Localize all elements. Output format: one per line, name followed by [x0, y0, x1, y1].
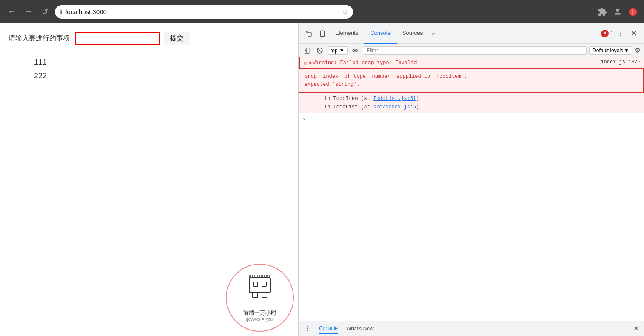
robot-icon [245, 274, 275, 307]
notification-icon[interactable]: ! [627, 6, 639, 18]
context-value: top [331, 48, 338, 54]
error-detail: prop `index` of type `number` supplied t… [305, 73, 638, 89]
tab-sources[interactable]: Sources [397, 23, 429, 44]
context-select[interactable]: top ▼ [328, 46, 348, 55]
todo-input[interactable] [75, 32, 160, 45]
prompt-arrow-icon: › [302, 116, 305, 122]
list-item: 222 [34, 69, 290, 83]
url-text: localhost:3000 [66, 8, 339, 15]
svg-rect-21 [308, 33, 311, 36]
address-bar[interactable]: ℹ localhost:3000 ☆ [55, 5, 353, 19]
reload-button[interactable]: ↺ [39, 6, 51, 18]
devtools-panel: Elements Console Sources » ✕ 1 ⋮ ✕ [298, 23, 644, 336]
stop-network-button[interactable] [315, 46, 325, 56]
console-content: ✕ ▶Warning: Failed prop type: Invalid in… [299, 57, 644, 321]
stack-link-1[interactable]: TodoList.js:51 [373, 96, 416, 102]
devtools-header: Elements Console Sources » ✕ 1 ⋮ ✕ [299, 23, 644, 44]
console-prompt[interactable]: › [299, 113, 644, 125]
levels-chevron-icon: ▼ [624, 48, 629, 54]
error-count: 1 [610, 30, 613, 37]
svg-rect-20 [262, 293, 267, 298]
error-highlighted-box: prop `index` of type `number` supplied t… [299, 68, 644, 93]
svg-rect-16 [249, 278, 270, 293]
watermark-text: 前端一万小时 [243, 309, 276, 317]
context-dropdown-icon: ▼ [339, 48, 345, 54]
tab-elements[interactable]: Elements [329, 23, 364, 44]
svg-rect-22 [320, 31, 324, 36]
levels-dropdown[interactable]: Default levels ▼ [589, 46, 632, 55]
todo-form: 请输入要进行的事项: 提交 [9, 32, 290, 45]
console-filter-input[interactable] [363, 46, 587, 55]
inspect-element-button[interactable] [302, 27, 316, 40]
error-location[interactable]: index.js:1375 [601, 59, 641, 65]
console-toolbar: top ▼ Default levels ▼ ⚙ [299, 44, 644, 57]
profile-icon[interactable] [612, 6, 624, 18]
devtools-menu-button[interactable]: ⋮ [613, 27, 627, 40]
error-badge: ✕ 1 [601, 30, 613, 37]
stack-link-2[interactable]: src/index.js:5 [373, 104, 416, 110]
bottom-close-button[interactable]: ✕ [633, 325, 639, 333]
todo-list: 111 222 [34, 55, 290, 83]
console-error-row: ✕ ▶Warning: Failed prop type: Invalid in… [299, 57, 644, 68]
error-count-icon: ✕ [601, 30, 609, 37]
extensions-icon[interactable] [596, 6, 608, 18]
form-label: 请输入要进行的事项: [9, 34, 72, 43]
stack-line-1: in TodoItem (at TodoList.js:51) [324, 95, 641, 103]
page-content: 请输入要进行的事项: 提交 111 222 [0, 23, 298, 336]
watermark-sub: qdywxs ❤ you! [246, 317, 274, 322]
watermark: 前端一万小时 qdywxs ❤ you! [226, 264, 294, 332]
console-stack: in TodoItem (at TodoList.js:51) in TodoL… [299, 93, 644, 113]
error-detail-line1: prop `index` of type `number` supplied t… [305, 74, 467, 80]
back-button[interactable]: ← [5, 6, 18, 18]
clear-console-button[interactable] [302, 46, 312, 56]
submit-button[interactable]: 提交 [164, 32, 190, 45]
tab-console[interactable]: Console [364, 23, 397, 44]
svg-point-0 [616, 9, 619, 11]
info-icon: ℹ [60, 9, 62, 15]
forward-button[interactable]: → [22, 6, 35, 18]
more-tabs-button[interactable]: » [429, 23, 439, 44]
eye-icon-button[interactable] [350, 46, 360, 56]
error-icon: ✕ [303, 60, 307, 67]
main-container: 请输入要进行的事项: 提交 111 222 [0, 23, 644, 336]
svg-rect-19 [253, 293, 258, 298]
list-item: 111 [34, 55, 290, 69]
svg-text:!: ! [632, 9, 633, 14]
levels-label: Default levels [592, 48, 623, 54]
stack-line-2: in TodoList (at src/index.js:5) [324, 103, 641, 111]
error-detail-line2: expected `string`. [305, 82, 360, 88]
bookmark-icon[interactable]: ☆ [342, 8, 348, 16]
svg-rect-17 [253, 282, 258, 286]
browser-chrome: ← → ↺ ℹ localhost:3000 ☆ ! [0, 0, 644, 23]
devtools-close-button[interactable]: ✕ [627, 27, 641, 40]
svg-point-31 [354, 50, 356, 51]
browser-icons: ! [596, 6, 639, 18]
bottom-menu-icon[interactable]: ⋮ [304, 325, 310, 333]
svg-line-29 [318, 48, 322, 53]
devtools-bottom-bar: ⋮ Console What's New ✕ [299, 321, 644, 336]
bottom-tab-whats-new[interactable]: What's New [346, 324, 374, 333]
error-message-line1: ▶Warning: Failed prop type: Invalid [309, 59, 598, 67]
device-toolbar-button[interactable] [316, 27, 329, 40]
bottom-tab-console[interactable]: Console [319, 324, 338, 334]
settings-icon[interactable]: ⚙ [635, 46, 641, 54]
svg-rect-18 [262, 282, 266, 286]
